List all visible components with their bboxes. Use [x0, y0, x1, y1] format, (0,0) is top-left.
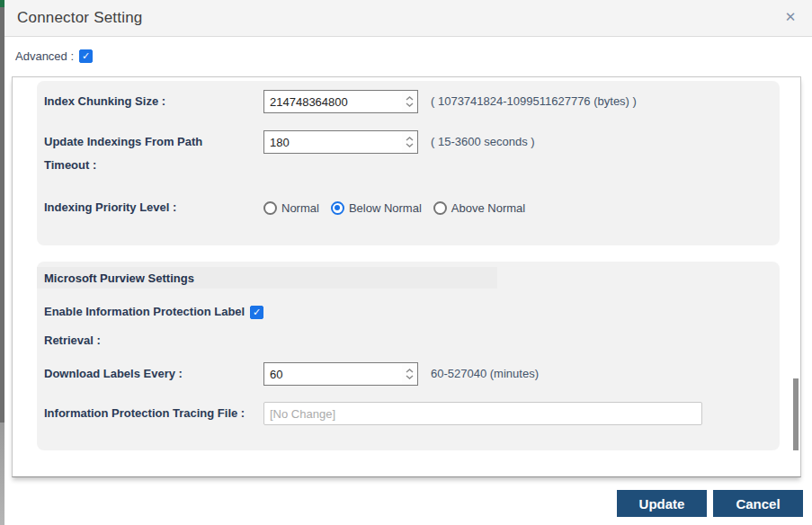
cancel-button[interactable]: Cancel	[713, 490, 803, 517]
tracing-file-label: Information Protection Tracing File :	[44, 402, 263, 425]
chevron-up-icon	[406, 96, 414, 101]
download-labels-row: Download Labels Every : 60-527040 (minut…	[44, 362, 780, 386]
vertical-scrollbar-thumb[interactable]	[793, 378, 799, 450]
background-page-edge	[0, 0, 4, 525]
tracing-file-input[interactable]	[263, 402, 702, 425]
settings-scroll-area: Index Chunking Size : ( 1073741824-10995…	[12, 76, 801, 477]
chevron-up-icon	[406, 369, 414, 373]
radio-icon[interactable]	[331, 201, 344, 215]
update-timeout-range-hint: ( 15-3600 seconds )	[431, 130, 535, 154]
update-button[interactable]: Update	[617, 490, 707, 517]
priority-option-normal-label: Normal	[281, 201, 319, 215]
radio-icon[interactable]	[433, 201, 447, 215]
priority-label: Indexing Priority Level :	[44, 196, 263, 219]
download-labels-input[interactable]	[264, 363, 402, 385]
chevron-up-icon	[406, 137, 414, 141]
priority-row: Indexing Priority Level : Normal Below N…	[44, 196, 780, 219]
chevron-down-icon	[406, 143, 414, 147]
chevron-down-icon	[406, 375, 414, 379]
enable-label-line1-wrap: Enable Information Protection Label	[44, 298, 780, 326]
update-timeout-field	[263, 130, 418, 154]
enable-label-retrieval-checkbox[interactable]	[250, 306, 263, 319]
priority-option-below-normal-label: Below Normal	[349, 201, 422, 215]
close-icon[interactable]: ✕	[781, 8, 799, 26]
index-chunking-field	[263, 90, 418, 113]
download-labels-label: Download Labels Every :	[44, 362, 263, 386]
index-chunking-input[interactable]	[264, 91, 402, 112]
download-labels-field	[263, 362, 418, 386]
update-timeout-label-line2: Timeout :	[44, 158, 96, 172]
enable-label-retrieval-block: Enable Information Protection Label Retr…	[44, 298, 780, 355]
connector-setting-dialog: Connector Setting ✕ Advanced : Index Chu…	[0, 0, 812, 525]
advanced-row: Advanced :	[15, 49, 93, 63]
update-timeout-label-line1: Update Indexings From Path	[44, 135, 202, 148]
dialog-title: Connector Setting	[17, 9, 142, 27]
update-timeout-row: Update Indexings From PathTimeout : ( 15…	[44, 130, 780, 177]
download-labels-stepper[interactable]	[402, 363, 417, 385]
priority-option-above-normal[interactable]: Above Normal	[433, 201, 525, 215]
enable-label-line1: Enable Information Protection Label	[44, 298, 245, 326]
priority-option-normal[interactable]: Normal	[263, 201, 319, 215]
priority-radio-group: Normal Below Normal Above Normal	[263, 196, 525, 219]
advanced-label: Advanced :	[15, 49, 74, 63]
index-chunking-label: Index Chunking Size :	[44, 90, 263, 113]
purview-settings-panel: Microsoft Purview Settings Enable Inform…	[37, 262, 780, 450]
update-timeout-label: Update Indexings From PathTimeout :	[44, 130, 263, 177]
enable-label-line2: Retrieval :	[44, 334, 101, 347]
update-timeout-input[interactable]	[264, 131, 402, 153]
dialog-header: Connector Setting ✕	[4, 0, 812, 37]
download-labels-range-hint: 60-527040 (minutes)	[431, 362, 539, 386]
radio-icon[interactable]	[263, 201, 277, 215]
purview-section-title: Microsoft Purview Settings	[37, 267, 497, 289]
priority-option-above-normal-label: Above Normal	[451, 201, 525, 215]
index-chunking-row: Index Chunking Size : ( 1073741824-10995…	[44, 90, 780, 113]
priority-option-below-normal[interactable]: Below Normal	[331, 201, 422, 215]
index-chunking-stepper[interactable]	[402, 91, 417, 112]
update-timeout-stepper[interactable]	[402, 131, 417, 153]
tracing-file-row: Information Protection Tracing File :	[44, 402, 780, 425]
advanced-checkbox[interactable]	[79, 49, 93, 63]
indexing-settings-panel: Index Chunking Size : ( 1073741824-10995…	[37, 81, 780, 245]
index-chunking-range-hint: ( 1073741824-1099511627776 (bytes) )	[431, 90, 637, 113]
chevron-down-icon	[406, 102, 414, 107]
